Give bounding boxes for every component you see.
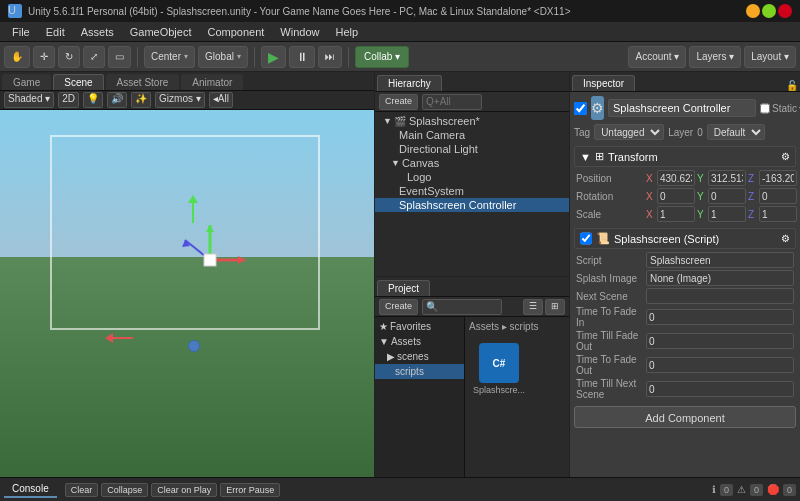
- scale-z-input[interactable]: [759, 206, 797, 222]
- hierarchy-item-splashscreen[interactable]: ▼ 🎬 Splashscreen*: [375, 114, 569, 128]
- global-dropdown[interactable]: Global ▾: [198, 46, 248, 68]
- pause-button[interactable]: ⏸: [289, 46, 315, 68]
- gizmos-button[interactable]: Gizmos ▾: [155, 92, 205, 108]
- svg-marker-3: [206, 225, 214, 232]
- time-till-next-scene-input[interactable]: [646, 381, 794, 397]
- rot-x-input[interactable]: [657, 188, 695, 204]
- time-fade-out-input[interactable]: [646, 357, 794, 373]
- layers-dropdown[interactable]: Layers ▾: [689, 46, 741, 68]
- collab-button[interactable]: Collab ▾: [355, 46, 409, 68]
- tab-console[interactable]: Console: [4, 481, 57, 498]
- pos-y-field: Y: [697, 170, 746, 186]
- scripts-item[interactable]: scripts: [375, 364, 464, 379]
- inspector-lock-icon[interactable]: 🔓: [786, 80, 798, 91]
- next-scene-input[interactable]: [646, 288, 794, 304]
- hierarchy-toolbar: Create: [375, 92, 569, 112]
- scale-tool[interactable]: ⤢: [83, 46, 105, 68]
- script-settings-icon[interactable]: ⚙: [781, 233, 790, 244]
- hierarchy-item-eventsystem[interactable]: EventSystem: [375, 184, 569, 198]
- rotate-tool[interactable]: ↻: [58, 46, 80, 68]
- hierarchy-item-directional-light[interactable]: Directional Light: [375, 142, 569, 156]
- transform-component-header[interactable]: ▼ ⊞ Transform ⚙: [574, 146, 796, 167]
- layout-dropdown[interactable]: Layout ▾: [744, 46, 796, 68]
- pos-x-input[interactable]: [657, 170, 695, 186]
- menu-component[interactable]: Component: [199, 22, 272, 41]
- minimize-button[interactable]: [746, 4, 760, 18]
- add-component-button[interactable]: Add Component: [574, 406, 796, 428]
- tab-scene[interactable]: Scene: [53, 74, 103, 90]
- play-button[interactable]: ▶: [261, 46, 286, 68]
- tab-asset-store[interactable]: Asset Store: [106, 74, 180, 90]
- account-dropdown[interactable]: Account ▾: [628, 46, 686, 68]
- scale-row: Scale X Y Z: [574, 206, 796, 222]
- tab-game[interactable]: Game: [2, 74, 51, 90]
- menu-file[interactable]: File: [4, 22, 38, 41]
- hand-tool[interactable]: ✋: [4, 46, 30, 68]
- project-breadcrumb: Assets ▸ scripts: [469, 321, 538, 332]
- script-value[interactable]: Splashscreen: [646, 252, 794, 268]
- time-till-fade-out-input[interactable]: [646, 333, 794, 349]
- rotation-row: Rotation X Y Z: [574, 188, 796, 204]
- rot-x-field: X: [646, 188, 695, 204]
- splash-image-value[interactable]: None (Image): [646, 270, 794, 286]
- project-view-grid[interactable]: ⊞: [545, 299, 565, 315]
- tab-inspector[interactable]: Inspector: [572, 75, 635, 91]
- lights-button[interactable]: 💡: [83, 92, 103, 108]
- maximize-button[interactable]: [762, 4, 776, 18]
- hierarchy-item-logo[interactable]: Logo: [375, 170, 569, 184]
- rot-y-input[interactable]: [708, 188, 746, 204]
- hierarchy-item-splashscreen-controller[interactable]: Splashscreen Controller: [375, 198, 569, 212]
- project-search[interactable]: [422, 299, 502, 315]
- error-pause-button[interactable]: Error Pause: [220, 483, 280, 497]
- effects-button[interactable]: ✨: [131, 92, 151, 108]
- 2d-button[interactable]: 2D: [58, 92, 79, 108]
- menu-assets[interactable]: Assets: [73, 22, 122, 41]
- hierarchy-item-main-camera[interactable]: Main Camera: [375, 128, 569, 142]
- scale-y-input[interactable]: [708, 206, 746, 222]
- project-view-list[interactable]: ☰: [523, 299, 543, 315]
- layer-select[interactable]: Default: [707, 124, 765, 140]
- scenes-item[interactable]: ▶ scenes: [375, 349, 464, 364]
- shaded-dropdown[interactable]: Shaded ▾: [4, 92, 54, 108]
- object-active-checkbox[interactable]: [574, 102, 587, 115]
- scale-x-input[interactable]: [657, 206, 695, 222]
- menu-window[interactable]: Window: [272, 22, 327, 41]
- hierarchy-create-btn[interactable]: Create: [379, 94, 418, 110]
- menu-help[interactable]: Help: [327, 22, 366, 41]
- assets-item[interactable]: ▼ Assets: [375, 334, 464, 349]
- script-active-checkbox[interactable]: [580, 232, 592, 245]
- object-name-input[interactable]: [608, 99, 756, 117]
- hierarchy-item-canvas[interactable]: ▼ Canvas: [375, 156, 569, 170]
- pos-z-input[interactable]: [759, 170, 797, 186]
- clear-button[interactable]: Clear: [65, 483, 99, 497]
- collapse-button[interactable]: Collapse: [101, 483, 148, 497]
- script-component-header[interactable]: 📜 Splashscreen (Script) ⚙: [574, 228, 796, 249]
- inspector-tabs: Inspector 🔓: [570, 72, 800, 92]
- rot-z-input[interactable]: [759, 188, 797, 204]
- project-create-btn[interactable]: Create: [379, 299, 418, 315]
- hierarchy-search[interactable]: [422, 94, 482, 110]
- file-splashscreen-script[interactable]: Splashscre...: [469, 340, 529, 398]
- sep1: [137, 47, 138, 67]
- pos-y-input[interactable]: [708, 170, 746, 186]
- transform-settings-icon[interactable]: ⚙: [781, 151, 790, 162]
- close-button[interactable]: [778, 4, 792, 18]
- red-arrow: [105, 330, 135, 346]
- time-fade-in-input[interactable]: [646, 309, 794, 325]
- rect-tool[interactable]: ▭: [108, 46, 131, 68]
- favorites-item[interactable]: ★ Favorites: [375, 319, 464, 334]
- tab-hierarchy[interactable]: Hierarchy: [377, 75, 442, 91]
- error-icon: 🛑: [767, 484, 779, 495]
- tab-project[interactable]: Project: [377, 280, 430, 296]
- all-button[interactable]: ◂All: [209, 92, 233, 108]
- static-check[interactable]: Static ▾: [760, 102, 800, 115]
- menu-gameobject[interactable]: GameObject: [122, 22, 200, 41]
- audio-button[interactable]: 🔊: [107, 92, 127, 108]
- menu-edit[interactable]: Edit: [38, 22, 73, 41]
- tag-select[interactable]: Untagged: [594, 124, 664, 140]
- tab-animator[interactable]: Animator: [181, 74, 243, 90]
- move-tool[interactable]: ✛: [33, 46, 55, 68]
- step-button[interactable]: ⏭: [318, 46, 342, 68]
- center-dropdown[interactable]: Center ▾: [144, 46, 195, 68]
- clear-on-play-button[interactable]: Clear on Play: [151, 483, 217, 497]
